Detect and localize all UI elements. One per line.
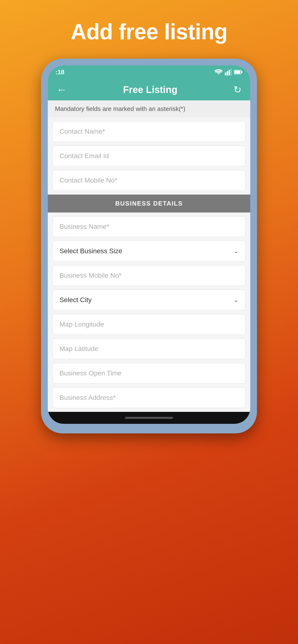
- svg-rect-0: [225, 72, 226, 76]
- svg-rect-3: [231, 69, 232, 76]
- status-time: :18: [55, 68, 65, 76]
- contact-email-input[interactable]: [53, 146, 245, 166]
- contact-name-input[interactable]: [53, 121, 245, 142]
- home-indicator-bar: [125, 417, 173, 419]
- chevron-down-icon: ⌄: [234, 248, 238, 254]
- svg-rect-1: [227, 71, 228, 76]
- svg-rect-6: [241, 71, 242, 73]
- svg-rect-2: [229, 70, 230, 76]
- mandatory-notice: Mandatory fields are marked with an aste…: [48, 100, 250, 118]
- nav-title: Free Listing: [123, 84, 178, 95]
- map-latitude-input[interactable]: [53, 338, 245, 359]
- city-select[interactable]: Select City ⌄: [53, 290, 245, 310]
- contact-mobile-input[interactable]: [53, 170, 245, 191]
- business-size-select[interactable]: Select Business Size ⌄: [53, 241, 245, 262]
- business-mobile-input[interactable]: [53, 265, 245, 286]
- business-fields-section: Select Business Size ⌄ Select City ⌄: [48, 212, 250, 412]
- status-bar: :18: [48, 66, 250, 79]
- business-open-time-input[interactable]: [53, 363, 245, 384]
- phone-mockup: :18: [41, 59, 257, 434]
- contact-fields-section: [48, 118, 250, 194]
- business-address-input[interactable]: [53, 388, 245, 408]
- home-indicator: [48, 412, 250, 424]
- wifi-icon: [215, 69, 222, 75]
- business-section-header: BUSINESS DETAILS: [48, 194, 250, 212]
- back-button[interactable]: ←: [56, 84, 67, 96]
- page-title: Add free listing: [71, 19, 227, 44]
- chevron-down-icon: ⌄: [234, 296, 238, 303]
- city-select-label: Select City: [60, 296, 92, 304]
- business-size-label: Select Business Size: [60, 247, 122, 255]
- battery-icon: [234, 70, 243, 74]
- phone-screen: :18: [48, 66, 250, 424]
- status-icons: [215, 69, 243, 76]
- nav-bar: ← Free Listing ↻: [48, 79, 250, 100]
- svg-rect-5: [234, 71, 240, 74]
- signal-icon: [225, 69, 232, 76]
- refresh-button[interactable]: ↻: [233, 84, 242, 95]
- business-name-input[interactable]: [53, 216, 245, 237]
- map-longitude-input[interactable]: [53, 314, 245, 335]
